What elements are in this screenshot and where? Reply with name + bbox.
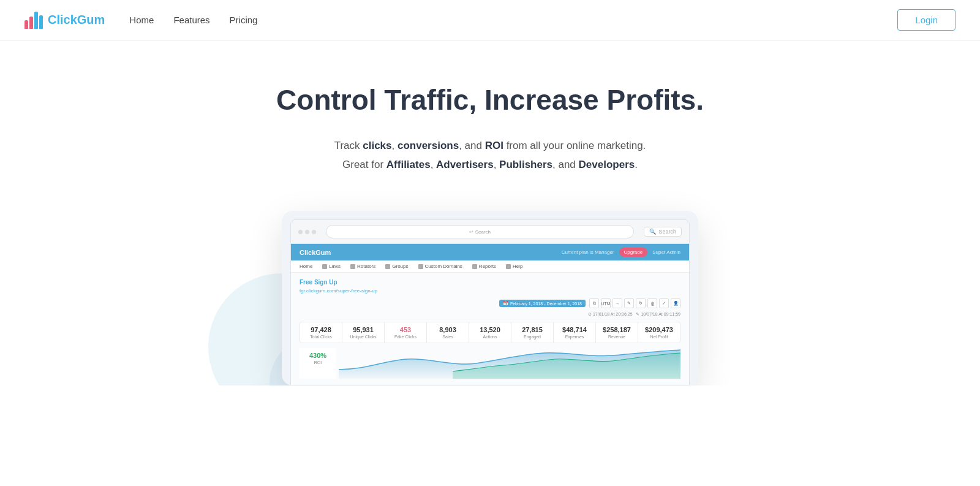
stat-value-actions: 13,520 <box>472 326 508 333</box>
app-navbar: ClickGum Current plan is Manager Upgrade… <box>291 244 689 260</box>
stat-revenue: $258,187 Revenue <box>596 322 638 343</box>
mini-chart <box>339 348 680 379</box>
logo-bar-1 <box>24 20 28 29</box>
logo-bar-4 <box>39 15 43 29</box>
app-content: Free Sign Up tgr.clickgum.com/super-free… <box>291 273 689 385</box>
stat-label-fake-clicks: Fake Clicks <box>387 335 424 339</box>
date-actions: ⧉ UTM → ✎ ↻ 🗑 ⤢ 👤 <box>589 298 680 308</box>
reports-icon <box>472 264 477 269</box>
browser-addressbar[interactable]: ↩ Search <box>326 225 634 238</box>
stat-value-roi: 430% <box>302 352 334 359</box>
stat-label-revenue: Revenue <box>598 335 635 339</box>
stat-label-expenses: Expenses <box>556 335 593 339</box>
stat-label-sales: Sales <box>429 335 466 339</box>
stat-value-revenue: $258,187 <box>598 326 635 333</box>
app-admin-text: Super Admin <box>652 249 680 255</box>
logo-bar-2 <box>29 17 33 29</box>
stat-sales: 8,903 Sales <box>427 322 469 343</box>
copy-action[interactable]: ⧉ <box>589 298 599 308</box>
edit-action[interactable]: ✎ <box>624 298 634 308</box>
navbar: ClickGum Home Features Pricing Login <box>0 0 980 40</box>
user-action[interactable]: 👤 <box>671 298 680 308</box>
dashboard-mockup: ↩ Search 🔍Search ClickGum Current plan i… <box>282 211 698 385</box>
date-range-badge[interactable]: 📅 February 1, 2018 - December 1, 2018 <box>499 300 586 307</box>
browser-dots <box>298 230 316 234</box>
last-click-info: ⊙ 17/01/18 At 20:06:25 ✎ 10/07/18 At 09:… <box>300 312 680 317</box>
browser-dot-3 <box>312 230 316 234</box>
login-button[interactable]: Login <box>897 9 956 31</box>
stat-actions: 13,520 Actions <box>469 322 511 343</box>
calendar-icon: 📅 <box>503 301 508 306</box>
app-plan-text: Current plan is Manager <box>562 249 614 255</box>
nav-links: Home Features Pricing <box>129 15 257 25</box>
nav-home[interactable]: Home <box>129 15 154 25</box>
logo-icon <box>24 12 43 29</box>
logo-bar-3 <box>34 12 38 29</box>
last-click-2: 10/07/18 At 09:11:59 <box>641 312 680 316</box>
stat-unique-clicks: 95,931 Unique Clicks <box>342 322 384 343</box>
stats-grid: 97,428 Total Clicks 95,931 Unique Clicks… <box>300 322 680 343</box>
menu-help[interactable]: Help <box>506 264 522 269</box>
logo-link[interactable]: ClickGum <box>24 12 105 29</box>
stat-value-engaged: 27,815 <box>514 326 551 333</box>
date-bar: 📅 February 1, 2018 - December 1, 2018 ⧉ … <box>300 298 680 308</box>
roi-chart-row: 430% ROI <box>300 348 680 379</box>
bold-developers: Developers <box>579 159 635 170</box>
domains-icon <box>418 264 423 269</box>
stat-engaged: 27,815 Engaged <box>511 322 553 343</box>
refresh-action[interactable]: ↻ <box>636 298 646 308</box>
app-upgrade-button[interactable]: Upgrade <box>619 248 648 257</box>
nav-features[interactable]: Features <box>173 15 209 25</box>
stat-label-actions: Actions <box>472 335 508 339</box>
app-menu: Home Links Rotators Groups Custom Domain… <box>291 260 689 273</box>
chart-svg <box>339 348 680 379</box>
stat-value-sales: 8,903 <box>429 326 466 333</box>
laptop-outer: ↩ Search 🔍Search ClickGum Current plan i… <box>282 211 698 385</box>
menu-links[interactable]: Links <box>322 264 341 269</box>
help-icon <box>506 264 511 269</box>
bold-roi: ROI <box>485 140 503 151</box>
stat-label-engaged: Engaged <box>514 335 551 339</box>
stat-roi: 430% ROI <box>300 348 336 379</box>
date-range-text: February 1, 2018 - December 1, 2018 <box>510 302 582 306</box>
groups-icon <box>385 264 390 269</box>
hero-title: Control Traffic, Increase Profits. <box>276 83 704 117</box>
menu-home[interactable]: Home <box>300 264 312 269</box>
app-logo: ClickGum <box>300 249 331 256</box>
logo-text: ClickGum <box>48 13 105 27</box>
bold-clicks: clicks <box>363 140 391 151</box>
stat-total-clicks: 97,428 Total Clicks <box>300 322 342 343</box>
rotators-icon <box>350 264 355 269</box>
stat-label-roi: ROI <box>302 360 334 365</box>
link-url: tgr.clickgum.com/super-free-sign-up <box>300 288 680 294</box>
stat-value-fake-clicks: 453 <box>387 326 424 333</box>
bold-publishers: Publishers <box>499 159 552 170</box>
nav-pricing[interactable]: Pricing <box>230 15 258 25</box>
stat-label-net-profit: Net Profit <box>641 335 677 339</box>
browser-chrome: ↩ Search 🔍Search <box>291 220 689 244</box>
browser-search[interactable]: 🔍Search <box>644 227 682 237</box>
stat-fake-clicks: 453 Fake Clicks <box>385 322 426 343</box>
laptop-screen: ↩ Search 🔍Search ClickGum Current plan i… <box>290 219 690 385</box>
stat-label-unique-clicks: Unique Clicks <box>345 335 382 339</box>
menu-groups[interactable]: Groups <box>385 264 408 269</box>
links-icon <box>322 264 327 269</box>
nav-left: ClickGum Home Features Pricing <box>24 12 257 29</box>
hero-section: Control Traffic, Increase Profits. Track… <box>0 40 980 385</box>
bold-advertisers: Advertisers <box>436 159 494 170</box>
bold-affiliates: Affiliates <box>386 159 431 170</box>
delete-action[interactable]: 🗑 <box>647 298 657 308</box>
stat-value-net-profit: $209,473 <box>641 326 677 333</box>
expand-action[interactable]: ⤢ <box>659 298 669 308</box>
browser-dot-2 <box>305 230 309 234</box>
menu-custom-domains[interactable]: Custom Domains <box>418 264 462 269</box>
app-nav-right: Current plan is Manager Upgrade Super Ad… <box>562 248 680 257</box>
arrow-action[interactable]: → <box>612 298 622 308</box>
bold-conversions: conversions <box>398 140 459 151</box>
utm-action[interactable]: UTM <box>601 298 611 308</box>
menu-rotators[interactable]: Rotators <box>350 264 375 269</box>
stat-value-total-clicks: 97,428 <box>303 326 339 333</box>
browser-dot-1 <box>298 230 303 234</box>
menu-reports[interactable]: Reports <box>472 264 496 269</box>
stat-label-total-clicks: Total Clicks <box>303 335 339 339</box>
